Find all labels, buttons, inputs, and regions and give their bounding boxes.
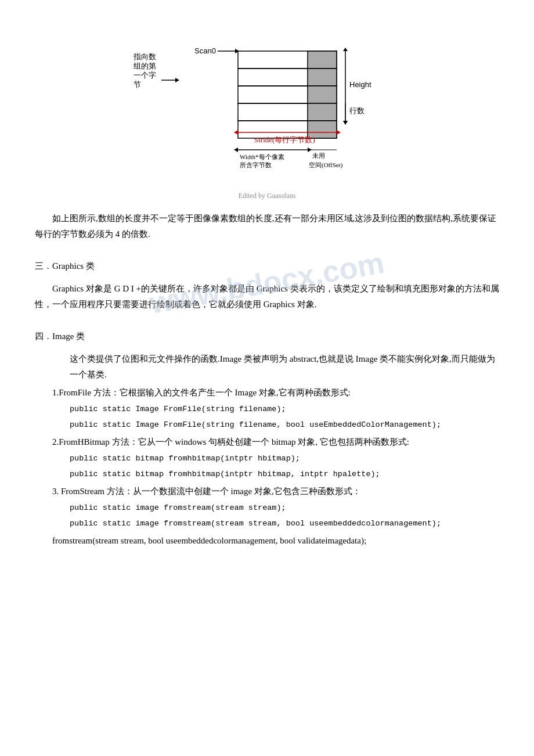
svg-text:空间(OffSet): 空间(OffSet): [309, 161, 343, 169]
edited-by-label: Edited by Guassfans: [35, 192, 499, 200]
diagram-section: 指向数 组的第 一个字 节 Scan0: [35, 17, 499, 186]
method1-code1: public static Image FromFile(string file…: [70, 403, 499, 416]
svg-text:Width*每个像素: Width*每个像素: [240, 153, 284, 160]
svg-marker-27: [234, 130, 238, 135]
svg-text:未用: 未用: [312, 152, 325, 159]
paragraph-1: 如上图所示,数组的长度并不一定等于图像像素数组的长度,还有一部分未用区域,这涉及…: [35, 211, 499, 242]
svg-marker-31: [234, 147, 238, 152]
svg-marker-8: [175, 78, 179, 82]
svg-marker-20: [343, 48, 348, 51]
svg-rect-14: [308, 86, 337, 103]
svg-marker-25: [343, 121, 348, 125]
method2-code2: public static bitmap fromhbitmap(intptr …: [70, 468, 499, 481]
method3-label: 3. FromStream 方法：从一个数据流中创建一个 image 对象,它包…: [52, 484, 499, 499]
svg-rect-12: [308, 69, 337, 86]
method1-label: 1.FromFile 方法：它根据输入的文件名产生一个 Image 对象,它有两…: [52, 385, 499, 401]
section4-heading: 四．Image 类: [35, 329, 499, 344]
svg-text:Stride(每行字节数): Stride(每行字节数): [254, 135, 315, 144]
diagram-svg: 指向数 组的第 一个字 节 Scan0: [128, 17, 406, 180]
method3-code1: public static image fromstream(stream st…: [70, 502, 499, 515]
svg-text:指向数: 指向数: [133, 52, 156, 61]
section3-paragraph: Graphics 对象是 G D I +的关键所在，许多对象都是由 Graphi…: [35, 281, 499, 312]
method1-code2: public static Image FromFile(string file…: [70, 419, 499, 432]
diagram-container: 指向数 组的第 一个字 节 Scan0: [128, 17, 406, 186]
svg-rect-16: [308, 103, 337, 121]
svg-text:一个字: 一个字: [134, 71, 156, 80]
svg-marker-28: [337, 130, 341, 135]
svg-rect-10: [308, 51, 337, 69]
method3-code2: public static image fromstream(stream st…: [70, 517, 499, 531]
svg-text:Height: Height: [349, 80, 371, 89]
svg-text:行数: 行数: [349, 106, 365, 115]
method2-label: 2.FromHBitmap 方法：它从一个 windows 句柄处创建一个 bi…: [52, 434, 499, 450]
section3-heading: 三．Graphics 类: [35, 258, 499, 274]
svg-text:节: 节: [134, 80, 141, 89]
svg-text:所含字节数: 所含字节数: [240, 161, 272, 168]
svg-text:Scan0: Scan0: [194, 46, 216, 55]
section4-para1: 这个类提供了位图和元文件操作的函数.Image 类被声明为 abstract,也…: [70, 351, 499, 383]
svg-text:组的第: 组的第: [134, 62, 156, 70]
method3-code3: fromstream(stream stream, bool useembedd…: [52, 533, 499, 549]
method2-code1: public static bitmap fromhbitmap(intptr …: [70, 452, 499, 466]
